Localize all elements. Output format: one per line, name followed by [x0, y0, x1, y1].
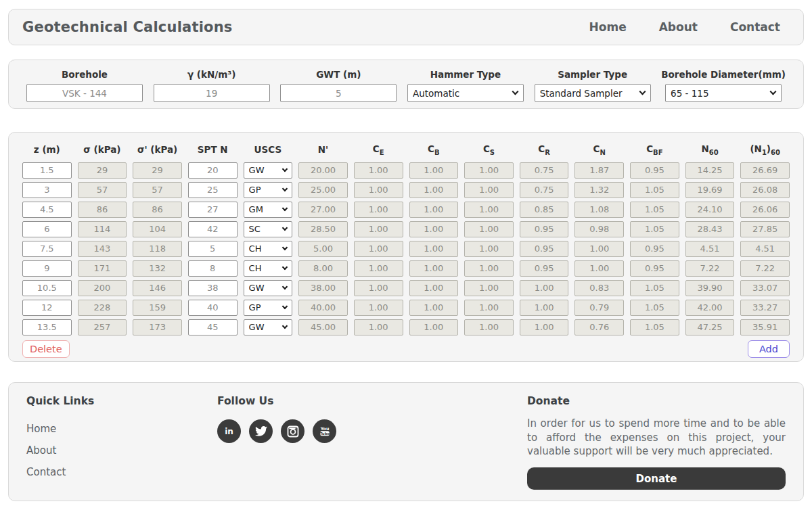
- sigma-cell: [78, 241, 127, 257]
- cb-cell: [409, 319, 459, 335]
- spt-n-cell[interactable]: [188, 280, 238, 296]
- column-header-n60: N60: [685, 139, 735, 159]
- borehole-diameter-label: Borehole Diameter(mm): [661, 69, 786, 80]
- spt-n-cell[interactable]: [188, 162, 238, 179]
- z-cell[interactable]: [22, 300, 72, 316]
- column-header-n1-60: (N1)60: [740, 139, 790, 159]
- nav-home[interactable]: Home: [589, 20, 627, 34]
- cn-cell: [574, 162, 624, 179]
- footer-link-contact[interactable]: Contact: [26, 466, 66, 478]
- gwt-input[interactable]: [280, 84, 397, 102]
- spt-n-cell[interactable]: [188, 319, 238, 335]
- sigma-eff-cell: [133, 280, 182, 296]
- spt-n-cell[interactable]: [188, 260, 238, 277]
- sigma-eff-cell: [133, 202, 182, 218]
- z-cell[interactable]: [22, 319, 72, 335]
- z-cell[interactable]: [22, 221, 72, 237]
- n-prime-cell: [298, 241, 348, 257]
- z-cell[interactable]: [22, 182, 72, 198]
- cs-cell: [464, 202, 514, 218]
- uscs-cell: SC: [244, 221, 293, 237]
- nav-about[interactable]: About: [659, 20, 698, 34]
- hammer-type-select[interactable]: Automatic: [407, 84, 524, 102]
- instagram-icon[interactable]: [281, 419, 304, 443]
- follow-us-title: Follow Us: [217, 395, 527, 407]
- sampler-type-select[interactable]: Standard Sampler: [535, 84, 651, 102]
- spt-n-cell[interactable]: [188, 182, 238, 198]
- gamma-label: γ (kN/m³): [187, 69, 235, 80]
- uscs-select[interactable]: GW: [244, 162, 293, 179]
- footer-link-about[interactable]: About: [26, 444, 56, 457]
- borehole-input[interactable]: [26, 84, 143, 102]
- top-nav: Home About Contact: [589, 20, 790, 34]
- spt-n-cell[interactable]: [188, 202, 238, 218]
- sigma-cell: [78, 202, 127, 218]
- borehole-diameter-select[interactable]: 65 - 115: [665, 84, 782, 102]
- sigma-eff-cell: [133, 221, 182, 237]
- cb-cell: [409, 182, 459, 198]
- n1-60-cell: [740, 162, 790, 179]
- column-header-cn: CN: [574, 139, 624, 159]
- column-header-uscs: USCS: [244, 140, 293, 158]
- cs-cell: [464, 260, 514, 277]
- column-header-spt-n: SPT N: [188, 140, 238, 158]
- cbf-cell: [630, 182, 679, 198]
- n60-cell: [685, 202, 735, 218]
- uscs-select[interactable]: CH: [244, 260, 293, 277]
- hammer-type-label: Hammer Type: [430, 69, 501, 80]
- n-prime-cell: [298, 182, 348, 198]
- sigma-cell: [78, 260, 127, 277]
- footer-link-home[interactable]: Home: [26, 423, 56, 435]
- cbf-cell: [630, 319, 679, 335]
- gwt-field-group: GWT (m): [280, 69, 397, 108]
- donate-text: In order for us to spend more time and t…: [527, 417, 786, 459]
- cb-cell: [409, 300, 459, 316]
- add-row-button[interactable]: Add: [748, 340, 790, 358]
- n1-60-cell: [740, 241, 790, 257]
- z-cell[interactable]: [22, 241, 72, 257]
- cbf-cell: [630, 202, 679, 218]
- column-header-cb: CB: [409, 139, 459, 159]
- gamma-input[interactable]: [154, 84, 270, 102]
- spt-n-cell[interactable]: [188, 221, 238, 237]
- borehole-label: Borehole: [62, 69, 108, 80]
- uscs-select[interactable]: GW: [244, 280, 293, 296]
- spt-n-cell[interactable]: [188, 300, 238, 316]
- donate-title: Donate: [527, 395, 786, 407]
- cbf-cell: [630, 260, 679, 277]
- uscs-select[interactable]: GW: [244, 319, 293, 335]
- z-cell[interactable]: [22, 260, 72, 277]
- svg-text:in: in: [225, 427, 233, 436]
- z-cell[interactable]: [22, 162, 72, 179]
- uscs-select[interactable]: GP: [244, 300, 293, 316]
- n-prime-cell: [298, 162, 348, 179]
- z-cell[interactable]: [22, 202, 72, 218]
- uscs-cell: GW: [244, 319, 293, 335]
- twitter-icon[interactable]: [249, 419, 273, 443]
- uscs-select[interactable]: CH: [244, 241, 293, 257]
- column-header-cr: CR: [520, 139, 569, 159]
- cbf-cell: [630, 162, 679, 179]
- cr-cell: [520, 319, 569, 335]
- n1-60-cell: [740, 280, 790, 296]
- sigma-eff-cell: [133, 241, 182, 257]
- youtube-icon[interactable]: You Tube: [313, 419, 336, 443]
- cn-cell: [574, 221, 624, 237]
- cb-cell: [409, 202, 459, 218]
- cn-cell: [574, 202, 624, 218]
- delete-row-button[interactable]: Delete: [22, 340, 70, 358]
- social-icons-row: in You Tube: [217, 419, 527, 443]
- uscs-select[interactable]: GM: [244, 202, 293, 218]
- spt-n-cell[interactable]: [188, 241, 238, 257]
- donate-button[interactable]: Donate: [527, 467, 786, 490]
- quick-links-title: Quick Links: [26, 395, 217, 407]
- sigma-cell: [78, 319, 127, 335]
- n-prime-cell: [298, 221, 348, 237]
- n-prime-cell: [298, 202, 348, 218]
- uscs-select[interactable]: GP: [244, 182, 293, 198]
- nav-contact[interactable]: Contact: [730, 20, 780, 34]
- uscs-select[interactable]: SC: [244, 221, 293, 237]
- parameters-panel: Borehole γ (kN/m³) GWT (m) Hammer Type A…: [8, 60, 804, 109]
- z-cell[interactable]: [22, 280, 72, 296]
- linkedin-icon[interactable]: in: [217, 419, 241, 443]
